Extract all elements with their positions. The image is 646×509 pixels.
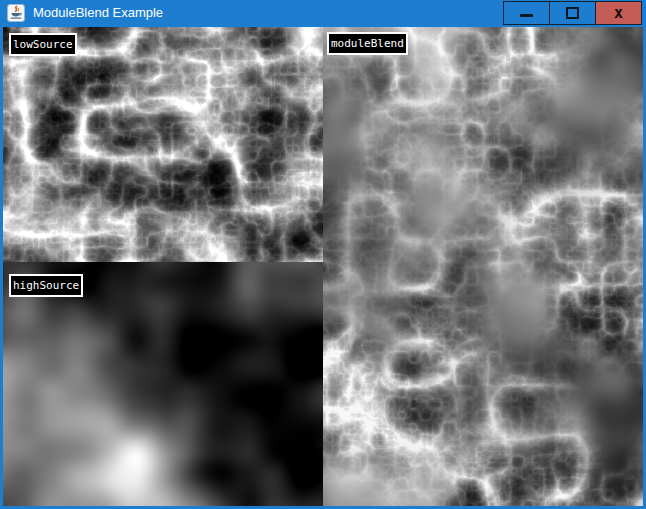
minimize-icon bbox=[520, 14, 533, 17]
content-area: lowSource moduleBlend highSource bbox=[3, 27, 643, 506]
panel-lowsource: lowSource bbox=[3, 27, 323, 262]
lowsource-canvas bbox=[3, 27, 323, 262]
close-icon: x bbox=[614, 2, 623, 24]
window-controls: x bbox=[503, 1, 642, 25]
panel-label-lowsource: lowSource bbox=[9, 33, 77, 56]
title-bar[interactable]: ModuleBlend Example x bbox=[0, 0, 646, 27]
close-button[interactable]: x bbox=[595, 1, 642, 25]
app-window: ModuleBlend Example x lowSource moduleBl… bbox=[0, 0, 646, 509]
panel-label-moduleblend: moduleBlend bbox=[327, 32, 408, 55]
highsource-canvas bbox=[3, 262, 323, 506]
minimize-button[interactable] bbox=[503, 1, 550, 25]
maximize-icon bbox=[566, 7, 579, 19]
panel-moduleblend: moduleBlend bbox=[323, 27, 643, 506]
maximize-button[interactable] bbox=[549, 1, 596, 25]
panel-label-highsource: highSource bbox=[9, 274, 83, 297]
moduleblend-canvas bbox=[323, 27, 643, 506]
window-title: ModuleBlend Example bbox=[33, 0, 163, 27]
java-app-icon bbox=[7, 4, 25, 22]
panel-highsource: highSource bbox=[3, 262, 323, 506]
